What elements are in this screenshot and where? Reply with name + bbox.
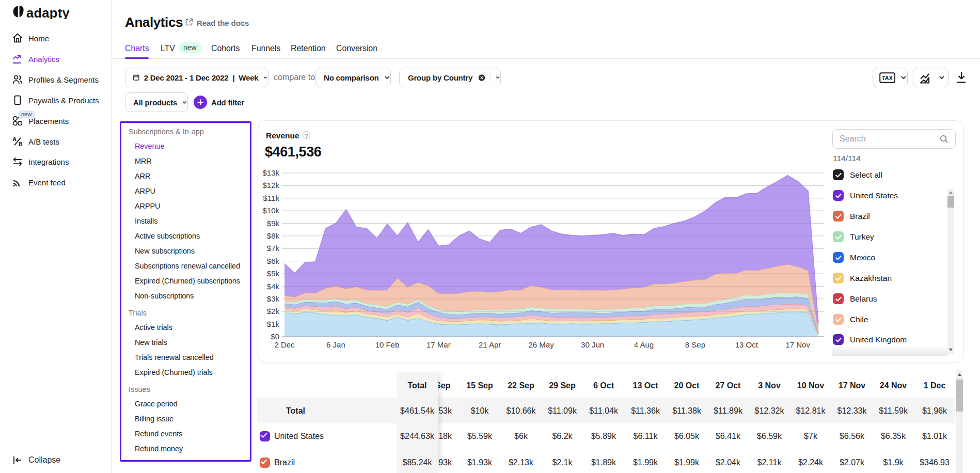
svg-text:A: A xyxy=(12,136,17,142)
svg-text:adapty: adapty xyxy=(26,6,70,19)
svg-text:B: B xyxy=(19,141,22,147)
svg-text:TAX: TAX xyxy=(882,75,893,81)
